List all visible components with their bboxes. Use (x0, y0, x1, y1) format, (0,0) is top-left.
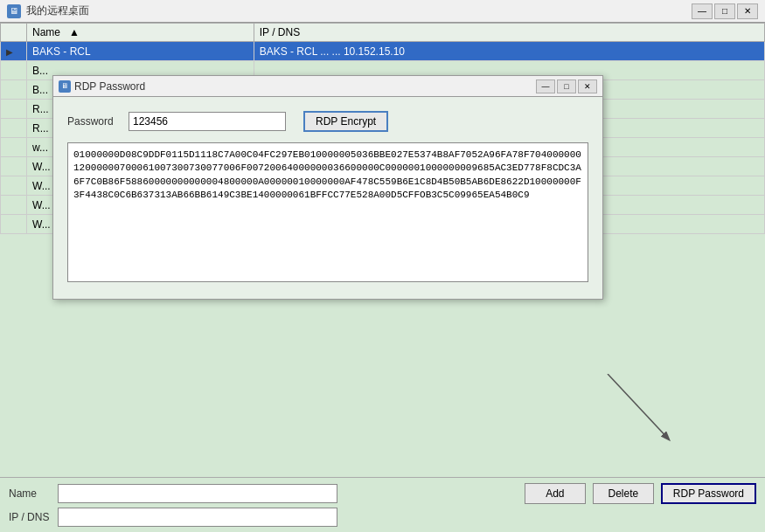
rdp-password-dialog: 🖥 RDP Password — □ ✕ Password RDP Encryp… (52, 75, 603, 300)
arrow-indicator (573, 374, 678, 444)
expand-cell (1, 157, 27, 176)
expand-cell (1, 138, 27, 157)
ip-col-header: IP / DNS (254, 24, 764, 42)
app-icon: 🖥 (7, 4, 21, 18)
password-label: Password (67, 115, 120, 128)
expand-cell (1, 196, 27, 215)
expand-cell (1, 176, 27, 196)
close-button[interactable]: ✕ (737, 3, 758, 19)
app-title: 我的远程桌面 (26, 3, 686, 18)
name-input[interactable] (58, 484, 337, 503)
rdp-password-button[interactable]: RDP Password (661, 483, 756, 504)
password-input[interactable] (129, 112, 286, 131)
rdp-encrypt-button[interactable]: RDP Encrypt (303, 111, 388, 132)
ip-input[interactable] (58, 508, 337, 527)
name-row: Name Add Delete RDP Password (9, 483, 756, 504)
dialog-minimize-button[interactable]: — (536, 79, 555, 93)
expand-col-header (1, 24, 27, 42)
name-label: Name (9, 487, 52, 500)
dialog-title: RDP Password (74, 80, 532, 93)
expand-cell (1, 100, 27, 119)
expand-cell (1, 215, 27, 234)
ip-row: IP / DNS (9, 508, 756, 527)
delete-button[interactable]: Delete (593, 483, 654, 504)
ip-label: IP / DNS (9, 511, 52, 523)
encrypted-output[interactable] (67, 142, 588, 282)
svg-line-0 (608, 374, 669, 439)
dialog-maximize-button[interactable]: □ (557, 79, 576, 93)
expand-cell: ▶ (1, 42, 27, 61)
add-button[interactable]: Add (525, 483, 586, 504)
minimize-button[interactable]: — (692, 3, 713, 19)
password-row: Password RDP Encrypt (67, 111, 588, 132)
table-row[interactable]: ▶ BAKS - RCL BAKS - RCL ... ... 10.152.1… (1, 42, 765, 61)
dialog-controls: — □ ✕ (536, 79, 597, 93)
expand-cell (1, 119, 27, 138)
table-area: Name ▲ IP / DNS ▶ BAKS - RCL BAKS - RCL … (0, 23, 765, 477)
dialog-body: Password RDP Encrypt (53, 97, 602, 299)
maximize-button[interactable]: □ (714, 3, 735, 19)
app-titlebar: 🖥 我的远程桌面 — □ ✕ (0, 0, 765, 23)
bottom-bar: Name Add Delete RDP Password IP / DNS (0, 477, 765, 532)
ip-cell: BAKS - RCL ... ... 10.152.15.10 (254, 42, 764, 61)
action-buttons: Add Delete RDP Password (525, 483, 756, 504)
expand-cell (1, 80, 27, 100)
dialog-icon: 🖥 (59, 80, 71, 93)
main-content: Name ▲ IP / DNS ▶ BAKS - RCL BAKS - RCL … (0, 23, 765, 532)
name-col-header: Name ▲ (27, 24, 254, 42)
expand-cell (1, 61, 27, 80)
name-cell: BAKS - RCL (27, 42, 254, 61)
app-titlebar-controls: — □ ✕ (692, 3, 758, 19)
dialog-close-button[interactable]: ✕ (578, 79, 597, 93)
dialog-titlebar: 🖥 RDP Password — □ ✕ (53, 76, 602, 97)
